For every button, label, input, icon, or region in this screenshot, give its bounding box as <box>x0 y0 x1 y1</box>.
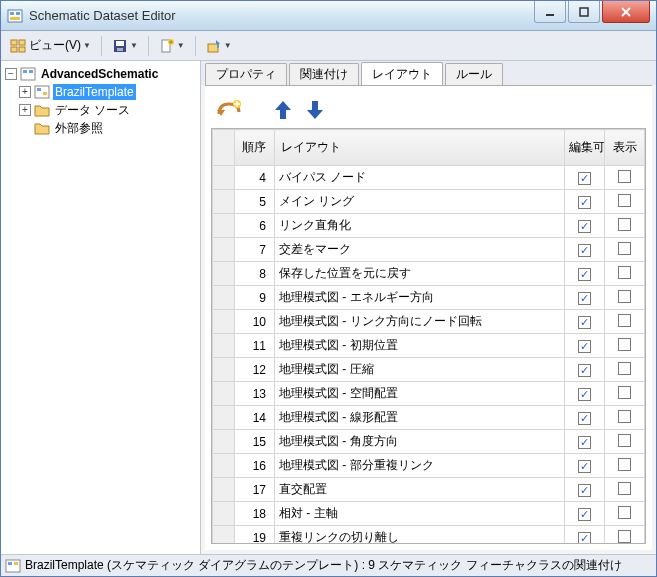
editable-cell[interactable] <box>565 214 605 238</box>
checkbox-icon[interactable] <box>578 364 591 377</box>
checkbox-icon[interactable] <box>578 484 591 497</box>
checkbox-icon[interactable] <box>578 220 591 233</box>
row-selector[interactable] <box>213 310 235 334</box>
display-cell[interactable] <box>605 166 645 190</box>
checkbox-icon[interactable] <box>578 460 591 473</box>
checkbox-icon[interactable] <box>578 244 591 257</box>
checkbox-icon[interactable] <box>578 196 591 209</box>
checkbox-icon[interactable] <box>618 458 631 471</box>
editable-cell[interactable] <box>565 238 605 262</box>
checkbox-icon[interactable] <box>618 434 631 447</box>
checkbox-icon[interactable] <box>618 218 631 231</box>
row-selector[interactable] <box>213 358 235 382</box>
row-selector[interactable] <box>213 214 235 238</box>
editable-cell[interactable] <box>565 406 605 430</box>
display-header[interactable]: 表示 <box>605 130 645 166</box>
table-row[interactable]: 11地理模式図 - 初期位置 <box>213 334 645 358</box>
move-up-button[interactable] <box>271 98 295 122</box>
minimize-button[interactable] <box>534 1 566 23</box>
editable-header[interactable]: 編集可能 <box>565 130 605 166</box>
view-menu[interactable]: ビュー(V) ▼ <box>5 35 96 57</box>
expand-icon[interactable]: + <box>19 104 31 116</box>
add-layout-button[interactable] <box>215 98 243 122</box>
table-row[interactable]: 6リンク直角化 <box>213 214 645 238</box>
new-item-button[interactable]: ▼ <box>154 35 190 57</box>
move-down-button[interactable] <box>303 98 327 122</box>
row-selector[interactable] <box>213 502 235 526</box>
order-header[interactable]: 順序 <box>235 130 275 166</box>
checkbox-icon[interactable] <box>618 410 631 423</box>
table-row[interactable]: 16地理模式図 - 部分重複リンク <box>213 454 645 478</box>
display-cell[interactable] <box>605 214 645 238</box>
tree-item[interactable]: +BrazilTemplate <box>3 83 198 101</box>
table-row[interactable]: 5メイン リング <box>213 190 645 214</box>
checkbox-icon[interactable] <box>618 242 631 255</box>
checkbox-icon[interactable] <box>618 170 631 183</box>
display-cell[interactable] <box>605 190 645 214</box>
tab[interactable]: プロパティ <box>205 63 287 85</box>
row-selector[interactable] <box>213 190 235 214</box>
display-cell[interactable] <box>605 430 645 454</box>
checkbox-icon[interactable] <box>578 412 591 425</box>
row-selector[interactable] <box>213 406 235 430</box>
tree-item[interactable]: 外部参照 <box>3 119 198 137</box>
row-selector[interactable] <box>213 334 235 358</box>
display-cell[interactable] <box>605 358 645 382</box>
editable-cell[interactable] <box>565 166 605 190</box>
editable-cell[interactable] <box>565 502 605 526</box>
display-cell[interactable] <box>605 310 645 334</box>
row-selector[interactable] <box>213 238 235 262</box>
checkbox-icon[interactable] <box>618 386 631 399</box>
save-button[interactable]: ▼ <box>107 35 143 57</box>
checkbox-icon[interactable] <box>578 340 591 353</box>
checkbox-icon[interactable] <box>578 268 591 281</box>
maximize-button[interactable] <box>568 1 600 23</box>
checkbox-icon[interactable] <box>618 506 631 519</box>
checkbox-icon[interactable] <box>618 314 631 327</box>
checkbox-icon[interactable] <box>618 194 631 207</box>
expand-icon[interactable]: + <box>19 86 31 98</box>
display-cell[interactable] <box>605 406 645 430</box>
display-cell[interactable] <box>605 526 645 545</box>
display-cell[interactable] <box>605 262 645 286</box>
editable-cell[interactable] <box>565 334 605 358</box>
display-cell[interactable] <box>605 334 645 358</box>
table-row[interactable]: 18相対 - 主軸 <box>213 502 645 526</box>
table-row[interactable]: 14地理模式図 - 線形配置 <box>213 406 645 430</box>
editable-cell[interactable] <box>565 382 605 406</box>
table-row[interactable]: 15地理模式図 - 角度方向 <box>213 430 645 454</box>
editable-cell[interactable] <box>565 190 605 214</box>
row-selector[interactable] <box>213 454 235 478</box>
checkbox-icon[interactable] <box>578 388 591 401</box>
close-button[interactable] <box>602 1 650 23</box>
editable-cell[interactable] <box>565 478 605 502</box>
table-row[interactable]: 12地理模式図 - 圧縮 <box>213 358 645 382</box>
tree-item[interactable]: +データ ソース <box>3 101 198 119</box>
checkbox-icon[interactable] <box>618 482 631 495</box>
row-selector[interactable] <box>213 286 235 310</box>
table-row[interactable]: 13地理模式図 - 空間配置 <box>213 382 645 406</box>
row-selector[interactable] <box>213 430 235 454</box>
import-button[interactable]: ▼ <box>201 35 237 57</box>
checkbox-icon[interactable] <box>618 266 631 279</box>
checkbox-icon[interactable] <box>578 292 591 305</box>
editable-cell[interactable] <box>565 526 605 545</box>
table-row[interactable]: 19重複リンクの切り離し <box>213 526 645 545</box>
tab[interactable]: レイアウト <box>361 62 443 85</box>
editable-cell[interactable] <box>565 454 605 478</box>
editable-cell[interactable] <box>565 430 605 454</box>
row-selector[interactable] <box>213 382 235 406</box>
row-selector[interactable] <box>213 478 235 502</box>
display-cell[interactable] <box>605 238 645 262</box>
display-cell[interactable] <box>605 382 645 406</box>
display-cell[interactable] <box>605 478 645 502</box>
checkbox-icon[interactable] <box>618 290 631 303</box>
checkbox-icon[interactable] <box>578 172 591 185</box>
row-selector[interactable] <box>213 262 235 286</box>
checkbox-icon[interactable] <box>618 338 631 351</box>
table-row[interactable]: 9地理模式図 - エネルギー方向 <box>213 286 645 310</box>
checkbox-icon[interactable] <box>618 530 631 543</box>
editable-cell[interactable] <box>565 358 605 382</box>
display-cell[interactable] <box>605 454 645 478</box>
tab[interactable]: 関連付け <box>289 63 359 85</box>
